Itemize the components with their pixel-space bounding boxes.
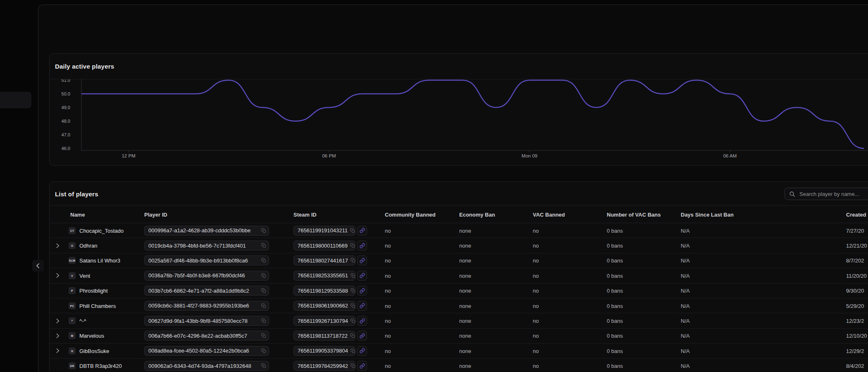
copy-player-id-button[interactable] <box>261 228 266 233</box>
steam-profile-link-button[interactable] <box>357 226 367 236</box>
cell-created: 12/21/20 <box>846 243 867 249</box>
row-expander[interactable] <box>54 317 61 324</box>
row-expander[interactable] <box>54 272 61 279</box>
search-input[interactable] <box>799 191 868 198</box>
copy-player-id-button[interactable] <box>261 303 266 308</box>
steam-profile-link-button[interactable] <box>357 361 367 371</box>
svg-text:46.0: 46.0 <box>62 146 70 151</box>
steam-id-value: 76561199267130794 <box>298 318 348 324</box>
cell-days-since-last-ban: N/A <box>681 227 690 234</box>
steam-profile-link-button[interactable] <box>357 286 367 296</box>
player-id-value: 003b7cb6-6862-4e71-a7f2-a88a1dd9b8c2 <box>148 288 249 294</box>
cell-days-since-last-ban: N/A <box>681 272 690 279</box>
table-row[interactable]: PPhrostblight003b7cb6-6862-4e71-a7f2-a88… <box>50 284 868 298</box>
table-row[interactable]: CTChocapic_Tostado000996a7-a1a2-4628-ab3… <box>50 223 868 238</box>
cell-vac-banned: no <box>533 258 539 264</box>
column-header-created: Created <box>846 211 866 217</box>
copy-player-id-button[interactable] <box>261 288 266 293</box>
table-card-header: List of players <box>50 182 868 206</box>
table-row[interactable]: SLWSatans Lil Whor30025a567-df46-48bb-9b… <box>50 253 868 268</box>
cell-vac-banned: no <box>533 303 539 309</box>
row-expander[interactable] <box>54 242 61 249</box>
steam-profile-link-button[interactable] <box>357 301 367 311</box>
copy-player-id-button[interactable] <box>261 333 266 338</box>
cell-economy-ban: none <box>459 333 471 339</box>
copy-icon <box>350 333 355 338</box>
copy-icon <box>351 318 355 323</box>
steam-profile-link-button[interactable] <box>357 346 367 356</box>
copy-player-id-button[interactable] <box>261 258 266 263</box>
table-rows: CTChocapic_Tostado000996a7-a1a2-4628-ab3… <box>50 223 868 372</box>
cell-economy-ban: none <box>459 272 471 279</box>
cell-days-since-last-ban: N/A <box>681 303 690 309</box>
copy-steam-id-button[interactable] <box>351 258 355 263</box>
cell-economy-ban: none <box>459 243 471 249</box>
table-row[interactable]: ^^-^00627d9d-9fa1-43bb-9bf8-4857580ecc78… <box>50 313 868 328</box>
player-id-pill: 008ad8ea-fcee-4502-80a5-1224e2b0bca6 <box>144 346 269 356</box>
cell-economy-ban: none <box>459 318 471 324</box>
copy-player-id-button[interactable] <box>261 243 266 248</box>
copy-steam-id-button[interactable] <box>351 288 355 293</box>
daily-active-players-chart: 51.050.049.048.047.046.012 PM06 PMMon 09… <box>50 79 868 165</box>
table-row[interactable]: PCPhill Chambers0059cb6c-3881-4f27-9883-… <box>50 298 868 313</box>
column-header-steam-id: Steam ID <box>293 211 317 217</box>
copy-steam-id-button[interactable] <box>350 228 355 233</box>
row-expander[interactable] <box>54 347 61 355</box>
copy-steam-id-button[interactable] <box>351 303 355 308</box>
cell-vac-banned: no <box>533 227 539 234</box>
copy-steam-id-button[interactable] <box>351 318 355 323</box>
link-icon <box>360 288 365 293</box>
player-id-value: 009062a0-6343-4d74-93da-4797a1932648 <box>148 363 251 369</box>
player-id-value: 00627d9d-9fa1-43bb-9bf8-4857580ecc78 <box>148 318 248 324</box>
player-id-value: 0036a76b-7b5f-4b0f-b3e8-667fb90dcf46 <box>148 272 245 279</box>
steam-profile-link-button[interactable] <box>357 271 367 281</box>
column-header-economy-ban: Economy Ban <box>459 211 495 217</box>
copy-steam-id-button[interactable] <box>350 243 355 248</box>
copy-player-id-button[interactable] <box>261 318 266 323</box>
copy-steam-id-button[interactable] <box>351 273 355 278</box>
avatar: SLW <box>69 257 76 264</box>
steam-id-value: 76561199191043211 <box>298 227 348 234</box>
table-row[interactable]: OOdhran0019cb4a-3798-4bfd-be56-7c713fdcf… <box>50 238 868 253</box>
steam-profile-link-button[interactable] <box>357 316 367 326</box>
cell-created: 8/7/202 <box>846 258 864 264</box>
steam-id-pill: 76561199267130794 <box>293 316 355 326</box>
player-id-value: 006a7b66-e07c-4296-8e22-acbab30ff5c7 <box>148 333 247 339</box>
copy-player-id-button[interactable] <box>261 348 266 353</box>
copy-steam-id-button[interactable] <box>351 363 355 368</box>
copy-steam-id-button[interactable] <box>350 333 355 338</box>
sidebar-collapse-button[interactable] <box>32 260 44 272</box>
cell-vac-banned: no <box>533 272 539 279</box>
cell-vac-banned: no <box>533 318 539 324</box>
table-row[interactable]: MMarvelous006a7b66-e07c-4296-8e22-acbab3… <box>50 329 868 343</box>
cell-economy-ban: none <box>459 288 471 294</box>
copy-icon <box>261 348 266 353</box>
cell-created: 9/30/20 <box>846 288 864 294</box>
steam-profile-link-button[interactable] <box>357 331 367 341</box>
copy-steam-id-button[interactable] <box>351 348 355 353</box>
steam-profile-link-button[interactable] <box>357 255 367 265</box>
svg-text:Mon 09: Mon 09 <box>522 153 537 158</box>
table-row[interactable]: DRDBTB R3ap3r420009062a0-6343-4d74-93da-… <box>50 359 868 372</box>
copy-player-id-button[interactable] <box>261 363 266 368</box>
steam-profile-link-button[interactable] <box>357 241 367 250</box>
player-id-value: 008ad8ea-fcee-4502-80a5-1224e2b0bca6 <box>148 348 249 354</box>
cell-community-banned: no <box>385 318 391 324</box>
chart-body: 51.050.049.048.047.046.012 PM06 PMMon 09… <box>50 79 868 165</box>
copy-icon <box>261 243 266 248</box>
player-id-value: 0059cb6c-3881-4f27-9883-92955b193be6 <box>148 303 249 309</box>
table-row[interactable]: VVent0036a76b-7b5f-4b0f-b3e8-667fb90dcf4… <box>50 268 868 283</box>
copy-player-id-button[interactable] <box>261 273 266 278</box>
row-expander[interactable] <box>54 332 61 339</box>
avatar: M <box>69 332 76 339</box>
avatar: CT <box>69 227 76 234</box>
steam-id-value: 76561199053379804 <box>298 348 348 354</box>
column-header-name: Name <box>70 211 85 217</box>
table-row[interactable]: GGibBosSuke008ad8ea-fcee-4502-80a5-1224e… <box>50 343 868 358</box>
main-content-panel: Daily active players 51.050.049.048.047.… <box>38 5 868 372</box>
cell-community-banned: no <box>385 243 391 249</box>
player-name: Vent <box>79 272 90 279</box>
sidebar-nav-item[interactable] <box>0 92 31 108</box>
player-search[interactable] <box>785 188 868 200</box>
cell-number-of-vac-bans: 0 bans <box>607 272 623 279</box>
